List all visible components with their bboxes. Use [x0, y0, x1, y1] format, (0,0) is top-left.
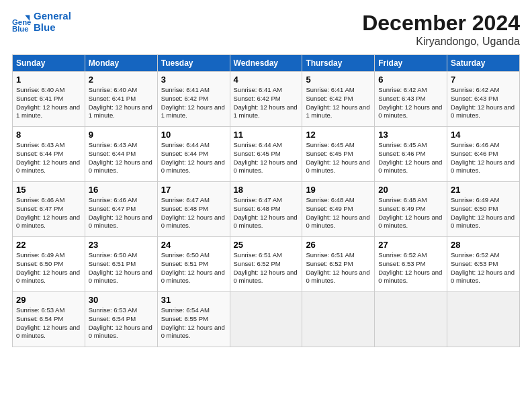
day-info: Sunrise: 6:41 AM Sunset: 6:42 PM Dayligh…: [234, 86, 299, 120]
calendar-cell: 6 Sunrise: 6:42 AM Sunset: 6:43 PM Dayli…: [375, 72, 447, 127]
calendar-cell: [447, 292, 520, 347]
day-number: 17: [161, 185, 226, 195]
day-info: Sunrise: 6:48 AM Sunset: 6:49 PM Dayligh…: [306, 196, 371, 230]
day-info: Sunrise: 6:49 AM Sunset: 6:50 PM Dayligh…: [451, 196, 516, 230]
day-number: 2: [89, 75, 154, 85]
calendar-body: 1 Sunrise: 6:40 AM Sunset: 6:41 PM Dayli…: [13, 72, 520, 347]
day-number: 1: [16, 75, 81, 85]
day-info: Sunrise: 6:47 AM Sunset: 6:48 PM Dayligh…: [161, 196, 226, 230]
calendar-week-row: 15 Sunrise: 6:46 AM Sunset: 6:47 PM Dayl…: [13, 182, 520, 237]
logo-text: GeneralBlue: [34, 11, 71, 33]
calendar-week-row: 29 Sunrise: 6:53 AM Sunset: 6:54 PM Dayl…: [13, 292, 520, 347]
day-info: Sunrise: 6:51 AM Sunset: 6:52 PM Dayligh…: [234, 251, 299, 285]
calendar-weekday-header: Friday: [375, 55, 447, 72]
calendar-cell: 14 Sunrise: 6:46 AM Sunset: 6:46 PM Dayl…: [447, 127, 520, 182]
calendar-cell: 25 Sunrise: 6:51 AM Sunset: 6:52 PM Dayl…: [230, 237, 302, 292]
day-info: Sunrise: 6:46 AM Sunset: 6:46 PM Dayligh…: [451, 141, 516, 175]
day-number: 10: [161, 130, 226, 140]
day-number: 30: [89, 295, 154, 305]
calendar-weekday-header: Saturday: [447, 55, 520, 72]
calendar-cell: 10 Sunrise: 6:44 AM Sunset: 6:44 PM Dayl…: [157, 127, 230, 182]
day-number: 13: [378, 130, 443, 140]
day-info: Sunrise: 6:45 AM Sunset: 6:45 PM Dayligh…: [306, 141, 371, 175]
day-info: Sunrise: 6:42 AM Sunset: 6:43 PM Dayligh…: [378, 86, 443, 120]
day-number: 22: [16, 240, 81, 250]
calendar-cell: [302, 292, 375, 347]
calendar-cell: 29 Sunrise: 6:53 AM Sunset: 6:54 PM Dayl…: [13, 292, 85, 347]
day-number: 23: [89, 240, 154, 250]
calendar-table: SundayMondayTuesdayWednesdayThursdayFrid…: [12, 54, 520, 347]
day-info: Sunrise: 6:43 AM Sunset: 6:44 PM Dayligh…: [16, 141, 81, 175]
calendar-cell: 26 Sunrise: 6:51 AM Sunset: 6:52 PM Dayl…: [302, 237, 375, 292]
day-number: 28: [451, 240, 516, 250]
day-number: 25: [234, 240, 299, 250]
calendar-cell: 9 Sunrise: 6:43 AM Sunset: 6:44 PM Dayli…: [85, 127, 157, 182]
calendar-cell: 1 Sunrise: 6:40 AM Sunset: 6:41 PM Dayli…: [13, 72, 85, 127]
day-number: 14: [451, 130, 516, 140]
day-number: 31: [161, 295, 226, 305]
day-number: 29: [16, 295, 81, 305]
calendar-cell: 4 Sunrise: 6:41 AM Sunset: 6:42 PM Dayli…: [230, 72, 302, 127]
day-info: Sunrise: 6:48 AM Sunset: 6:49 PM Dayligh…: [378, 196, 443, 230]
month-title: December 2024: [362, 11, 520, 36]
day-info: Sunrise: 6:50 AM Sunset: 6:51 PM Dayligh…: [89, 251, 154, 285]
calendar-cell: 28 Sunrise: 6:52 AM Sunset: 6:53 PM Dayl…: [447, 237, 520, 292]
day-info: Sunrise: 6:50 AM Sunset: 6:51 PM Dayligh…: [161, 251, 226, 285]
day-number: 5: [306, 75, 371, 85]
day-info: Sunrise: 6:53 AM Sunset: 6:54 PM Dayligh…: [89, 306, 154, 340]
day-number: 8: [16, 130, 81, 140]
day-number: 6: [378, 75, 443, 85]
day-info: Sunrise: 6:53 AM Sunset: 6:54 PM Dayligh…: [16, 306, 81, 340]
day-info: Sunrise: 6:47 AM Sunset: 6:48 PM Dayligh…: [234, 196, 299, 230]
svg-text:Blue: Blue: [12, 25, 29, 32]
calendar-weekday-header: Thursday: [302, 55, 375, 72]
day-number: 24: [161, 240, 226, 250]
day-number: 19: [306, 185, 371, 195]
calendar-cell: 3 Sunrise: 6:41 AM Sunset: 6:42 PM Dayli…: [157, 72, 230, 127]
calendar-weekday-header: Monday: [85, 55, 157, 72]
day-info: Sunrise: 6:41 AM Sunset: 6:42 PM Dayligh…: [306, 86, 371, 120]
calendar-cell: 17 Sunrise: 6:47 AM Sunset: 6:48 PM Dayl…: [157, 182, 230, 237]
day-info: Sunrise: 6:51 AM Sunset: 6:52 PM Dayligh…: [306, 251, 371, 285]
calendar-cell: 8 Sunrise: 6:43 AM Sunset: 6:44 PM Dayli…: [13, 127, 85, 182]
calendar-weekday-header: Tuesday: [157, 55, 230, 72]
day-info: Sunrise: 6:52 AM Sunset: 6:53 PM Dayligh…: [378, 251, 443, 285]
calendar-cell: 31 Sunrise: 6:54 AM Sunset: 6:55 PM Dayl…: [157, 292, 230, 347]
day-info: Sunrise: 6:44 AM Sunset: 6:44 PM Dayligh…: [161, 141, 226, 175]
calendar-cell: [375, 292, 447, 347]
logo: General Blue GeneralBlue: [12, 11, 71, 33]
day-info: Sunrise: 6:43 AM Sunset: 6:44 PM Dayligh…: [89, 141, 154, 175]
calendar-cell: 11 Sunrise: 6:44 AM Sunset: 6:45 PM Dayl…: [230, 127, 302, 182]
calendar-weekday-header: Wednesday: [230, 55, 302, 72]
day-number: 3: [161, 75, 226, 85]
day-info: Sunrise: 6:49 AM Sunset: 6:50 PM Dayligh…: [16, 251, 81, 285]
calendar-week-row: 22 Sunrise: 6:49 AM Sunset: 6:50 PM Dayl…: [13, 237, 520, 292]
calendar-cell: 2 Sunrise: 6:40 AM Sunset: 6:41 PM Dayli…: [85, 72, 157, 127]
day-info: Sunrise: 6:52 AM Sunset: 6:53 PM Dayligh…: [451, 251, 516, 285]
day-info: Sunrise: 6:54 AM Sunset: 6:55 PM Dayligh…: [161, 306, 226, 340]
calendar-cell: 27 Sunrise: 6:52 AM Sunset: 6:53 PM Dayl…: [375, 237, 447, 292]
day-number: 9: [89, 130, 154, 140]
calendar-cell: 20 Sunrise: 6:48 AM Sunset: 6:49 PM Dayl…: [375, 182, 447, 237]
logo-icon: General Blue: [12, 13, 31, 32]
day-number: 15: [16, 185, 81, 195]
day-number: 7: [451, 75, 516, 85]
day-number: 12: [306, 130, 371, 140]
day-number: 4: [234, 75, 299, 85]
calendar-week-row: 1 Sunrise: 6:40 AM Sunset: 6:41 PM Dayli…: [13, 72, 520, 127]
calendar-week-row: 8 Sunrise: 6:43 AM Sunset: 6:44 PM Dayli…: [13, 127, 520, 182]
calendar-cell: 7 Sunrise: 6:42 AM Sunset: 6:43 PM Dayli…: [447, 72, 520, 127]
calendar-cell: 23 Sunrise: 6:50 AM Sunset: 6:51 PM Dayl…: [85, 237, 157, 292]
calendar-cell: 30 Sunrise: 6:53 AM Sunset: 6:54 PM Dayl…: [85, 292, 157, 347]
calendar-cell: 19 Sunrise: 6:48 AM Sunset: 6:49 PM Dayl…: [302, 182, 375, 237]
calendar-cell: 5 Sunrise: 6:41 AM Sunset: 6:42 PM Dayli…: [302, 72, 375, 127]
calendar-weekday-header: Sunday: [13, 55, 85, 72]
day-info: Sunrise: 6:46 AM Sunset: 6:47 PM Dayligh…: [89, 196, 154, 230]
calendar-cell: 22 Sunrise: 6:49 AM Sunset: 6:50 PM Dayl…: [13, 237, 85, 292]
calendar-header-row: SundayMondayTuesdayWednesdayThursdayFrid…: [13, 55, 520, 72]
calendar-cell: 21 Sunrise: 6:49 AM Sunset: 6:50 PM Dayl…: [447, 182, 520, 237]
location-text: Kiryandongo, Uganda: [362, 36, 520, 48]
day-number: 21: [451, 185, 516, 195]
day-info: Sunrise: 6:46 AM Sunset: 6:47 PM Dayligh…: [16, 196, 81, 230]
calendar-cell: 16 Sunrise: 6:46 AM Sunset: 6:47 PM Dayl…: [85, 182, 157, 237]
